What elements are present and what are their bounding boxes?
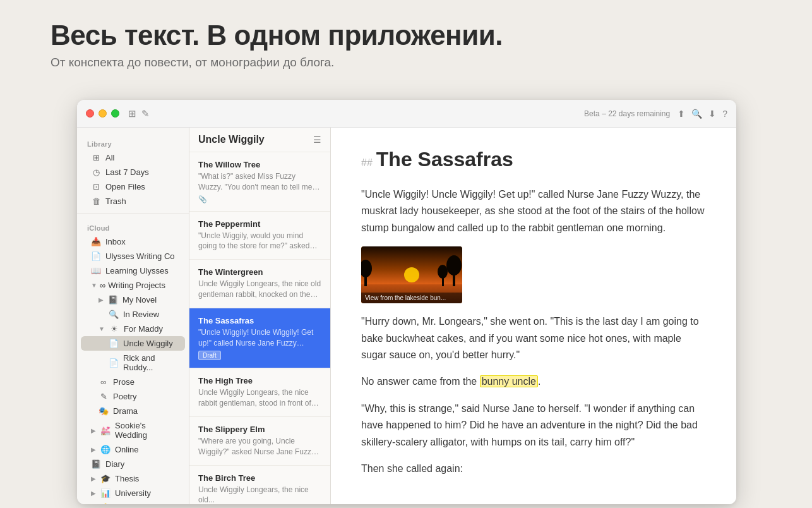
diary-icon: 📓 <box>91 459 101 469</box>
sidebar-item-inbox[interactable]: 📥 Inbox <box>81 234 185 249</box>
sheet-item-peppermint[interactable]: The Peppermint "Uncle Wiggily, would you… <box>189 212 330 260</box>
for-maddy-icon: ☀ <box>109 324 119 334</box>
sidebar-item-thesis[interactable]: ▶ 🎓 Thesis <box>81 471 185 486</box>
openfiles-icon: ⊡ <box>91 182 101 191</box>
sheet-preview-high-tree: Uncle Wiggily Longears, the nice rabbit … <box>198 387 321 409</box>
sheet-preview-peppermint: "Uncle Wiggily, would you mind going to … <box>198 231 321 252</box>
sheet-preview-birch-tree: Uncle Wiggily Longears, the nice old... <box>198 485 321 504</box>
sheet-item-sassafras[interactable]: The Sassafras "Uncle Wiggily! Uncle Wigg… <box>189 308 330 369</box>
sidebar-item-drama[interactable]: 🎭 Drama <box>81 404 185 418</box>
help-icon[interactable]: ? <box>722 109 727 119</box>
chevron-right-5-icon: ▶ <box>91 490 96 497</box>
inbox-icon: 📥 <box>91 237 101 246</box>
sheet-item-willow-tree[interactable]: The Willow Tree "What is?" asked Miss Fu… <box>189 152 330 212</box>
sheet-item-wintergreen[interactable]: The Wintergreen Uncle Wiggily Longears, … <box>189 260 330 308</box>
editor-heading: ## The Sassafras <box>361 148 706 171</box>
sheet-preview-willow: "What is?" asked Miss Fuzzy Wuzzy. "You … <box>198 171 321 193</box>
sidebar-item-diary-label: Diary <box>105 459 124 469</box>
sidebar-item-trash[interactable]: 🗑 Trash <box>81 194 185 209</box>
learning-icon: 📖 <box>91 266 101 275</box>
in-review-icon: 🔍 <box>109 310 119 319</box>
sidebar-item-learning-ulysses-label: Learning Ulysses <box>105 266 169 275</box>
writing-projects-label: Writing Projects <box>108 281 165 290</box>
sheet-item-high-tree[interactable]: The High Tree Uncle Wiggily Longears, th… <box>189 368 330 417</box>
compose-icon[interactable]: ✎ <box>141 108 150 119</box>
sidebar-item-uncle-wiggily[interactable]: 📄 Uncle Wiggily <box>81 336 185 351</box>
sheet-preview-slippery-elm: "Where are you going, Uncle Wiggily?" as… <box>198 436 321 457</box>
sookies-wedding-icon: 💒 <box>100 426 110 435</box>
share-icon[interactable]: ⬆ <box>678 109 685 119</box>
editor-para-4: "Why, this is strange," said Nurse Jane … <box>361 401 706 451</box>
chevron-down-small-icon: ▼ <box>99 325 105 332</box>
sidebar-item-in-review[interactable]: 🔍 In Review <box>81 307 185 322</box>
chevron-right-icon: ▶ <box>99 296 104 303</box>
sidebar-item-holiday-prep[interactable]: ▶ 🎄 Holiday Prep <box>81 500 185 504</box>
marketing-subtitle: От конспекта до повести, от монографии д… <box>51 56 761 70</box>
heading-marker: ## <box>361 157 373 169</box>
sidebar-item-all-label: All <box>105 153 114 162</box>
sidebar-item-rick-ruddy[interactable]: 📄 Rick and Ruddy... <box>81 351 185 375</box>
sidebar-item-learning-ulysses[interactable]: 📖 Learning Ulysses <box>81 263 185 278</box>
sheet-title-birch-tree: The Birch Tree <box>198 473 321 483</box>
maximize-button[interactable] <box>111 109 119 118</box>
online-icon: 🌐 <box>100 445 110 454</box>
sidebar-group-writing-projects[interactable]: ▼ ∞ Writing Projects <box>81 278 185 293</box>
minimize-button[interactable] <box>99 109 107 118</box>
close-button[interactable] <box>86 109 94 118</box>
sheet-title-peppermint: The Peppermint <box>198 219 321 229</box>
sidebar-item-openfiles[interactable]: ⊡ Open Files <box>81 179 185 194</box>
sheet-item-slippery-elm[interactable]: The Slippery Elm "Where are you going, U… <box>189 417 330 466</box>
sheet-item-birch-tree[interactable]: The Birch Tree Uncle Wiggily Longears, t… <box>189 466 330 504</box>
sheet-list: Uncle Wiggily ☰ The Willow Tree "What is… <box>189 128 331 504</box>
holiday-prep-icon: 🎄 <box>100 503 110 504</box>
heading-text: The Sassafras <box>376 148 513 171</box>
chevron-down-icon: ▼ <box>91 282 97 289</box>
search-icon[interactable]: 🔍 <box>691 109 702 119</box>
prose-icon: ∞ <box>99 377 109 387</box>
editor-area[interactable]: ## The Sassafras "Uncle Wiggily! Uncle W… <box>331 128 736 504</box>
editor-container: ## The Sassafras "Uncle Wiggily! Uncle W… <box>331 128 736 504</box>
draft-badge: Draft <box>198 351 221 360</box>
all-icon: ⊞ <box>91 153 101 162</box>
rick-ruddy-icon: 📄 <box>109 358 119 368</box>
sidebar-item-prose[interactable]: ∞ Prose <box>81 375 185 389</box>
sheet-filter-icon[interactable]: ☰ <box>313 135 321 145</box>
chevron-right-3-icon: ▶ <box>91 446 96 453</box>
sidebar-item-holiday-prep-label: Holiday Prep <box>115 503 162 504</box>
editor-para-3: No answer came from the bunny uncle. <box>361 373 706 390</box>
sidebar-item-in-review-label: In Review <box>123 310 159 319</box>
svg-point-1 <box>404 267 419 282</box>
download-icon[interactable]: ⬇ <box>708 109 716 119</box>
sidebar-item-my-novel-label: My Novel <box>122 295 157 305</box>
attachment-icon: 📎 <box>198 195 321 203</box>
sidebar-item-poetry[interactable]: ✎ Poetry <box>81 389 185 404</box>
library-section-label: Library <box>77 135 189 150</box>
sidebar-item-rick-ruddy-label: Rick and Ruddy... <box>123 353 175 372</box>
sidebar-item-drama-label: Drama <box>113 406 138 416</box>
sidebar-item-university[interactable]: ▶ 📊 University <box>81 486 185 500</box>
layout-icon[interactable]: ⊞ <box>128 108 136 119</box>
sidebar-item-ulysses-writing-label: Ulysses Writing Co <box>105 251 175 261</box>
my-novel-icon: 📓 <box>108 295 118 305</box>
svg-point-6 <box>446 255 462 275</box>
sidebar-item-prose-label: Prose <box>113 377 134 387</box>
sidebar-item-online-label: Online <box>115 445 139 454</box>
sidebar-item-sookies-wedding[interactable]: ▶ 💒 Sookie's Wedding <box>81 418 185 442</box>
sidebar-item-ulysses-writing[interactable]: 📄 Ulysses Writing Co <box>81 249 185 263</box>
sidebar-item-openfiles-label: Open Files <box>105 182 145 191</box>
sidebar: Library ⊞ All ◷ Last 7 Days ⊡ Open Files… <box>77 128 189 504</box>
chevron-right-2-icon: ▶ <box>91 427 96 434</box>
sidebar-item-online[interactable]: ▶ 🌐 Online <box>81 442 185 457</box>
sidebar-item-all[interactable]: ⊞ All <box>81 150 185 165</box>
sidebar-item-my-novel[interactable]: ▶ 📓 My Novel <box>81 293 185 307</box>
sidebar-item-last7days[interactable]: ◷ Last 7 Days <box>81 165 185 179</box>
sidebar-item-diary[interactable]: 📓 Diary <box>81 457 185 471</box>
sidebar-item-inbox-label: Inbox <box>105 237 126 246</box>
svg-point-8 <box>438 265 448 279</box>
sidebar-item-for-maddy[interactable]: ▼ ☀ For Maddy <box>81 322 185 336</box>
trash-icon: 🗑 <box>91 197 101 206</box>
editor-para-2: "Hurry down, Mr. Longears," she went on.… <box>361 313 706 363</box>
editor-para-5: Then she called again: <box>361 461 706 477</box>
sheet-title-wintergreen: The Wintergreen <box>198 267 321 277</box>
chevron-right-4-icon: ▶ <box>91 475 96 482</box>
